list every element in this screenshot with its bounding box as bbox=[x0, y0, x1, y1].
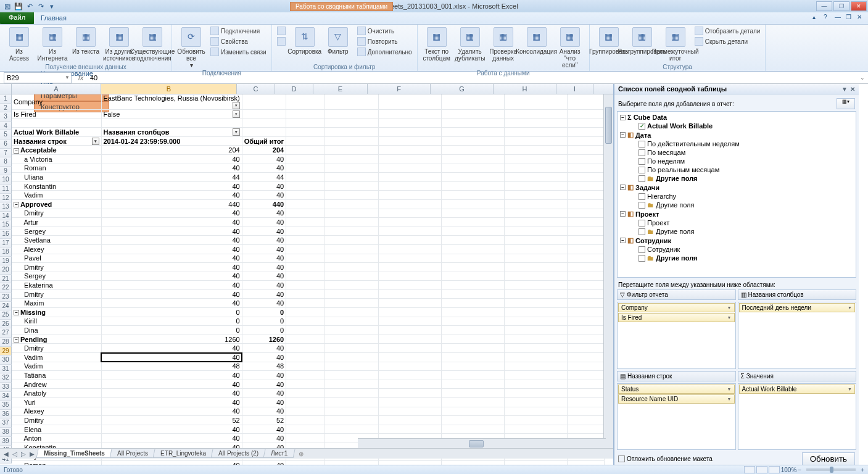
area-field-item[interactable]: Последний день недели▼ bbox=[739, 303, 856, 312]
new-sheet-button[interactable]: ⊕ bbox=[294, 451, 308, 457]
cell[interactable]: 40 bbox=[242, 218, 286, 227]
cell[interactable]: 40 bbox=[242, 236, 286, 245]
field-tree-node[interactable]: 🖿Другие поля bbox=[619, 174, 854, 183]
cell[interactable] bbox=[568, 146, 605, 155]
cell[interactable] bbox=[324, 254, 379, 263]
close-button[interactable]: ✕ bbox=[851, 1, 867, 11]
cell[interactable] bbox=[442, 118, 505, 128]
cell[interactable]: Alexey bbox=[12, 244, 101, 254]
cell[interactable] bbox=[379, 173, 442, 182]
cell[interactable]: Is Fired bbox=[12, 110, 101, 119]
cell[interactable] bbox=[568, 389, 605, 398]
cell[interactable] bbox=[286, 353, 324, 362]
mdi-restore-icon[interactable]: ❐ bbox=[846, 14, 854, 22]
row-header[interactable]: 2 bbox=[0, 104, 12, 113]
cell[interactable]: 0 bbox=[101, 308, 242, 317]
field-checkbox[interactable] bbox=[639, 228, 645, 235]
cell[interactable] bbox=[379, 425, 442, 434]
row-header[interactable]: 11 bbox=[0, 185, 12, 194]
row-header[interactable]: 25 bbox=[0, 310, 12, 320]
row-header[interactable]: 23 bbox=[0, 293, 12, 302]
ribbon-item[interactable]: Скрыть детали bbox=[693, 36, 762, 46]
field-tree-node[interactable]: Проект bbox=[619, 218, 854, 227]
cell[interactable] bbox=[505, 244, 568, 254]
cell[interactable] bbox=[442, 94, 505, 110]
cell[interactable] bbox=[442, 407, 505, 416]
cell[interactable] bbox=[442, 136, 505, 146]
cell[interactable]: Yuri bbox=[12, 398, 101, 407]
sheet-nav-buttons[interactable]: ◀◁▷▶ bbox=[0, 451, 38, 457]
cell[interactable] bbox=[286, 326, 324, 335]
filter-dropdown-icon[interactable]: ▾ bbox=[233, 102, 240, 109]
ribbon-item[interactable]: Подключения bbox=[209, 26, 268, 36]
row-header[interactable]: 30 bbox=[0, 356, 12, 365]
row-header[interactable]: 8 bbox=[0, 157, 12, 167]
cell[interactable] bbox=[568, 362, 605, 371]
cell[interactable] bbox=[286, 110, 324, 119]
cell[interactable]: Dmitry bbox=[12, 289, 101, 299]
cell[interactable] bbox=[442, 299, 505, 308]
cell[interactable]: Dmitry bbox=[12, 209, 101, 218]
ribbon-item[interactable]: Дополнительно bbox=[356, 47, 413, 57]
cell[interactable] bbox=[568, 154, 605, 164]
cell[interactable]: 440 bbox=[242, 199, 286, 209]
field-list-close-icon[interactable]: ✕ bbox=[850, 86, 855, 93]
cell[interactable]: Anatoly bbox=[12, 389, 101, 398]
field-list-layout-button[interactable]: ▦▾ bbox=[837, 98, 855, 109]
cell[interactable] bbox=[505, 344, 568, 353]
cell[interactable] bbox=[442, 398, 505, 407]
collapse-icon[interactable]: − bbox=[14, 310, 19, 315]
cell[interactable]: Konstantin bbox=[12, 181, 101, 191]
field-dropdown-icon[interactable]: ▼ bbox=[727, 306, 732, 310]
cell[interactable]: 40 bbox=[101, 353, 242, 362]
cell[interactable]: 44 bbox=[242, 173, 286, 182]
row-header[interactable]: 1 bbox=[0, 94, 12, 104]
cell[interactable] bbox=[379, 128, 442, 137]
cell[interactable] bbox=[442, 218, 505, 227]
field-checkbox[interactable] bbox=[639, 167, 645, 173]
cell[interactable] bbox=[379, 272, 442, 281]
cell[interactable]: Actual Work Billable bbox=[12, 128, 101, 137]
mdi-minimize-icon[interactable]: — bbox=[835, 14, 843, 22]
cell[interactable]: Названия столбцов▾ bbox=[101, 128, 242, 137]
cell[interactable] bbox=[442, 326, 505, 335]
cell[interactable]: Vadim bbox=[12, 362, 101, 371]
cell[interactable] bbox=[379, 353, 442, 362]
cell[interactable] bbox=[568, 281, 605, 290]
cell[interactable] bbox=[286, 227, 324, 236]
field-tree-node[interactable]: По действительным неделям bbox=[619, 139, 854, 148]
cell[interactable] bbox=[505, 416, 568, 425]
cell[interactable] bbox=[324, 308, 379, 317]
cell[interactable] bbox=[505, 299, 568, 308]
cell[interactable] bbox=[505, 407, 568, 416]
cell[interactable] bbox=[324, 218, 379, 227]
cell[interactable]: 48 bbox=[101, 362, 242, 371]
undo-icon[interactable]: ↶ bbox=[25, 1, 35, 11]
cell[interactable] bbox=[568, 263, 605, 272]
area-field-item[interactable]: Company▼ bbox=[618, 303, 735, 312]
cell[interactable] bbox=[324, 181, 379, 191]
cell[interactable]: 40 bbox=[242, 254, 286, 263]
cell[interactable]: Company bbox=[12, 94, 101, 110]
cell[interactable]: 40 bbox=[242, 407, 286, 416]
column-header-B[interactable]: B bbox=[101, 84, 237, 94]
row-header[interactable]: 34 bbox=[0, 392, 12, 401]
ribbon-btn[interactable]: ▦Текст по столбцам bbox=[421, 26, 452, 63]
field-checkbox[interactable] bbox=[639, 141, 645, 148]
cell[interactable]: 40 bbox=[242, 209, 286, 218]
cell[interactable] bbox=[286, 164, 324, 173]
cell[interactable] bbox=[286, 128, 324, 137]
cell[interactable] bbox=[442, 335, 505, 344]
expand-icon[interactable]: − bbox=[620, 132, 626, 138]
cell[interactable] bbox=[505, 272, 568, 281]
refresh-all-button[interactable]: ⟳Обновить все▾ bbox=[176, 26, 207, 70]
minimize-ribbon-icon[interactable]: ▴ bbox=[812, 14, 821, 22]
cell[interactable] bbox=[286, 154, 324, 164]
cell[interactable] bbox=[286, 425, 324, 434]
row-header[interactable]: 12 bbox=[0, 194, 12, 203]
cell[interactable] bbox=[505, 425, 568, 434]
cell[interactable] bbox=[242, 128, 286, 137]
area-field-item[interactable]: Is Fired▼ bbox=[618, 313, 735, 322]
cell[interactable] bbox=[324, 380, 379, 389]
cell[interactable] bbox=[286, 118, 324, 128]
